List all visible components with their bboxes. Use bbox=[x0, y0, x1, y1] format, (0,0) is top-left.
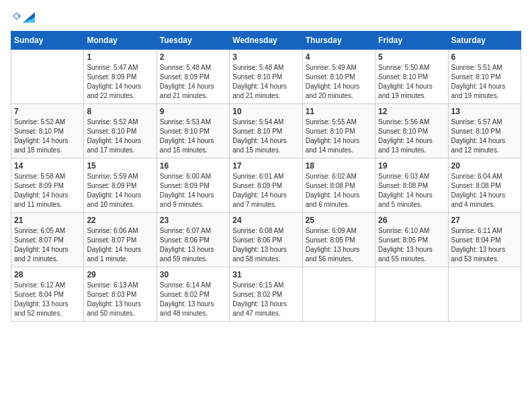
day-cell: 31Sunrise: 6:15 AMSunset: 8:02 PMDayligh… bbox=[230, 267, 302, 321]
day-cell: 4Sunrise: 5:49 AMSunset: 8:10 PMDaylight… bbox=[302, 49, 375, 103]
day-info: Sunrise: 5:48 AMSunset: 8:10 PMDaylight:… bbox=[232, 63, 299, 101]
calendar-table: SundayMondayTuesdayWednesdayThursdayFrid… bbox=[11, 31, 521, 322]
day-cell: 18Sunrise: 6:02 AMSunset: 8:08 PMDayligh… bbox=[302, 158, 375, 212]
day-cell: 21Sunrise: 6:05 AMSunset: 8:07 PMDayligh… bbox=[11, 212, 84, 267]
day-cell: 10Sunrise: 5:54 AMSunset: 8:10 PMDayligh… bbox=[230, 103, 302, 158]
day-info: Sunrise: 6:09 AMSunset: 8:05 PMDaylight:… bbox=[306, 226, 372, 264]
day-cell: 23Sunrise: 6:07 AMSunset: 8:06 PMDayligh… bbox=[157, 212, 229, 267]
day-cell bbox=[448, 267, 521, 321]
day-cell: 25Sunrise: 6:09 AMSunset: 8:05 PMDayligh… bbox=[302, 212, 375, 267]
day-info: Sunrise: 6:06 AMSunset: 8:07 PMDaylight:… bbox=[87, 226, 153, 264]
day-cell: 1Sunrise: 5:47 AMSunset: 8:09 PMDaylight… bbox=[84, 49, 157, 103]
day-info: Sunrise: 6:07 AMSunset: 8:06 PMDaylight:… bbox=[160, 226, 226, 264]
day-number: 14 bbox=[14, 161, 81, 171]
day-info: Sunrise: 5:52 AMSunset: 8:10 PMDaylight:… bbox=[14, 118, 81, 155]
day-number: 8 bbox=[87, 107, 153, 116]
day-header-wednesday: Wednesday bbox=[230, 31, 302, 49]
header-row: SundayMondayTuesdayWednesdayThursdayFrid… bbox=[11, 31, 521, 49]
day-cell: 6Sunrise: 5:51 AMSunset: 8:10 PMDaylight… bbox=[448, 49, 521, 103]
day-number: 11 bbox=[306, 107, 372, 116]
day-cell: 14Sunrise: 5:58 AMSunset: 8:09 PMDayligh… bbox=[11, 158, 84, 212]
day-info: Sunrise: 6:15 AMSunset: 8:02 PMDaylight:… bbox=[232, 281, 299, 318]
day-cell: 2Sunrise: 5:48 AMSunset: 8:09 PMDaylight… bbox=[157, 49, 229, 103]
day-info: Sunrise: 5:59 AMSunset: 8:09 PMDaylight:… bbox=[87, 172, 153, 210]
day-number: 7 bbox=[14, 107, 81, 116]
day-number: 1 bbox=[87, 52, 153, 62]
day-header-friday: Friday bbox=[375, 31, 448, 49]
day-number: 19 bbox=[378, 161, 445, 171]
page-header bbox=[11, 11, 521, 24]
week-row-2: 7Sunrise: 5:52 AMSunset: 8:10 PMDaylight… bbox=[11, 103, 521, 158]
day-cell: 28Sunrise: 6:12 AMSunset: 8:04 PMDayligh… bbox=[11, 267, 84, 321]
day-info: Sunrise: 6:10 AMSunset: 8:05 PMDaylight:… bbox=[378, 226, 445, 264]
day-header-sunday: Sunday bbox=[11, 31, 84, 49]
logo-icon bbox=[12, 11, 21, 21]
day-info: Sunrise: 5:52 AMSunset: 8:10 PMDaylight:… bbox=[87, 118, 153, 155]
day-info: Sunrise: 6:05 AMSunset: 8:07 PMDaylight:… bbox=[14, 226, 81, 264]
day-cell: 5Sunrise: 5:50 AMSunset: 8:10 PMDaylight… bbox=[375, 49, 448, 103]
week-row-1: 1Sunrise: 5:47 AMSunset: 8:09 PMDaylight… bbox=[11, 49, 521, 103]
day-number: 13 bbox=[451, 107, 518, 116]
day-cell bbox=[11, 49, 84, 103]
day-info: Sunrise: 5:54 AMSunset: 8:10 PMDaylight:… bbox=[232, 118, 299, 155]
day-info: Sunrise: 6:12 AMSunset: 8:04 PMDaylight:… bbox=[14, 281, 81, 318]
day-number: 3 bbox=[232, 52, 299, 62]
day-number: 24 bbox=[232, 216, 299, 225]
day-cell: 16Sunrise: 6:00 AMSunset: 8:09 PMDayligh… bbox=[157, 158, 229, 212]
day-info: Sunrise: 5:47 AMSunset: 8:09 PMDaylight:… bbox=[87, 63, 153, 101]
day-number: 23 bbox=[160, 216, 226, 225]
day-number: 30 bbox=[160, 270, 226, 279]
day-number: 2 bbox=[160, 52, 226, 62]
day-cell: 9Sunrise: 5:53 AMSunset: 8:10 PMDaylight… bbox=[157, 103, 229, 158]
day-cell: 20Sunrise: 6:04 AMSunset: 8:08 PMDayligh… bbox=[448, 158, 521, 212]
day-info: Sunrise: 5:51 AMSunset: 8:10 PMDaylight:… bbox=[451, 63, 518, 101]
day-number: 31 bbox=[232, 270, 299, 279]
day-cell: 19Sunrise: 6:03 AMSunset: 8:08 PMDayligh… bbox=[375, 158, 448, 212]
day-info: Sunrise: 6:14 AMSunset: 8:02 PMDaylight:… bbox=[160, 281, 226, 318]
day-info: Sunrise: 6:04 AMSunset: 8:08 PMDaylight:… bbox=[451, 172, 518, 210]
day-number: 15 bbox=[87, 161, 153, 171]
day-cell: 30Sunrise: 6:14 AMSunset: 8:02 PMDayligh… bbox=[157, 267, 229, 321]
day-header-monday: Monday bbox=[84, 31, 157, 49]
day-cell: 11Sunrise: 5:55 AMSunset: 8:10 PMDayligh… bbox=[302, 103, 375, 158]
day-cell: 27Sunrise: 6:11 AMSunset: 8:04 PMDayligh… bbox=[448, 212, 521, 267]
day-info: Sunrise: 5:58 AMSunset: 8:09 PMDaylight:… bbox=[14, 172, 81, 210]
day-info: Sunrise: 5:55 AMSunset: 8:10 PMDaylight:… bbox=[306, 118, 372, 155]
day-info: Sunrise: 5:49 AMSunset: 8:10 PMDaylight:… bbox=[306, 63, 372, 101]
day-cell: 12Sunrise: 5:56 AMSunset: 8:10 PMDayligh… bbox=[375, 103, 448, 158]
day-number: 5 bbox=[378, 52, 445, 62]
day-number: 17 bbox=[232, 161, 299, 171]
day-info: Sunrise: 5:48 AMSunset: 8:09 PMDaylight:… bbox=[160, 63, 226, 101]
day-cell: 7Sunrise: 5:52 AMSunset: 8:10 PMDaylight… bbox=[11, 103, 84, 158]
day-number: 27 bbox=[451, 216, 518, 225]
day-header-saturday: Saturday bbox=[448, 31, 521, 49]
day-header-thursday: Thursday bbox=[302, 31, 375, 49]
day-number: 10 bbox=[232, 107, 299, 116]
day-header-tuesday: Tuesday bbox=[157, 31, 229, 49]
day-number: 12 bbox=[378, 107, 445, 116]
week-row-3: 14Sunrise: 5:58 AMSunset: 8:09 PMDayligh… bbox=[11, 158, 521, 212]
day-number: 25 bbox=[306, 216, 372, 225]
day-cell: 22Sunrise: 6:06 AMSunset: 8:07 PMDayligh… bbox=[84, 212, 157, 267]
day-cell: 24Sunrise: 6:08 AMSunset: 8:06 PMDayligh… bbox=[230, 212, 302, 267]
day-cell: 17Sunrise: 6:01 AMSunset: 8:09 PMDayligh… bbox=[230, 158, 302, 212]
day-cell: 29Sunrise: 6:13 AMSunset: 8:03 PMDayligh… bbox=[84, 267, 157, 321]
week-row-4: 21Sunrise: 6:05 AMSunset: 8:07 PMDayligh… bbox=[11, 212, 521, 267]
day-number: 20 bbox=[451, 161, 518, 171]
day-number: 21 bbox=[14, 216, 81, 225]
day-info: Sunrise: 6:13 AMSunset: 8:03 PMDaylight:… bbox=[87, 281, 153, 318]
day-cell bbox=[302, 267, 375, 321]
day-info: Sunrise: 6:01 AMSunset: 8:09 PMDaylight:… bbox=[232, 172, 299, 210]
day-number: 26 bbox=[378, 216, 445, 225]
day-number: 22 bbox=[87, 216, 153, 225]
day-cell: 15Sunrise: 5:59 AMSunset: 8:09 PMDayligh… bbox=[84, 158, 157, 212]
day-cell: 26Sunrise: 6:10 AMSunset: 8:05 PMDayligh… bbox=[375, 212, 448, 267]
day-info: Sunrise: 5:50 AMSunset: 8:10 PMDaylight:… bbox=[378, 63, 445, 101]
day-number: 9 bbox=[160, 107, 226, 116]
day-number: 18 bbox=[306, 161, 372, 171]
day-cell: 13Sunrise: 5:57 AMSunset: 8:10 PMDayligh… bbox=[448, 103, 521, 158]
day-info: Sunrise: 6:11 AMSunset: 8:04 PMDaylight:… bbox=[451, 226, 518, 264]
day-info: Sunrise: 5:57 AMSunset: 8:10 PMDaylight:… bbox=[451, 118, 518, 155]
day-info: Sunrise: 5:56 AMSunset: 8:10 PMDaylight:… bbox=[378, 118, 445, 155]
day-info: Sunrise: 6:03 AMSunset: 8:08 PMDaylight:… bbox=[378, 172, 445, 210]
